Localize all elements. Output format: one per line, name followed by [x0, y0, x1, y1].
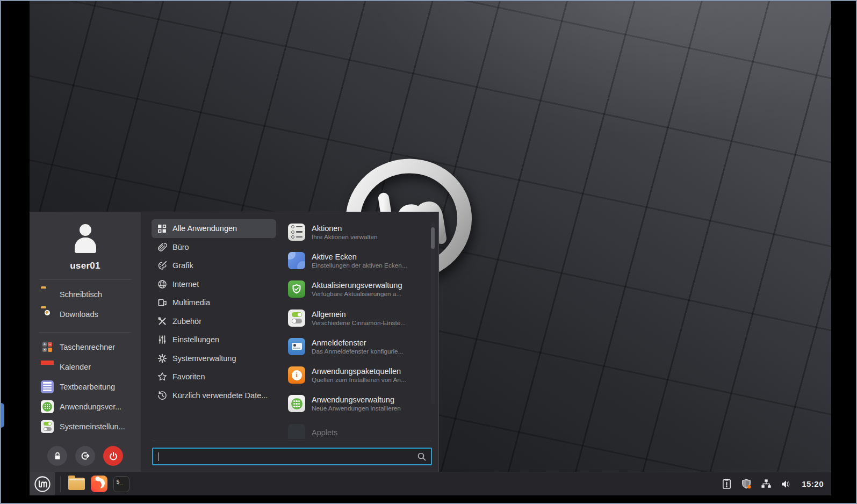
category-internet[interactable]: Internet — [152, 275, 276, 294]
actions-icon — [288, 224, 305, 241]
username: user01 — [30, 261, 141, 271]
sidebar-item-label: Downloads — [60, 310, 98, 319]
app-name: Anwendungspaketquellen — [312, 366, 406, 376]
paperclip-icon — [157, 242, 167, 252]
category-kuerzlich-verwendet[interactable]: Kürzlich verwendete Date... — [152, 386, 276, 405]
sidebar-item-label: Anwendungsver... — [60, 402, 121, 411]
software-manager-icon — [41, 400, 54, 413]
sidebar-item-taschenrechner[interactable]: +−×= Taschenrechner — [30, 337, 141, 357]
multimedia-icon — [157, 298, 167, 308]
app-applets[interactable]: Applets — [288, 418, 429, 439]
apps-scrollbar[interactable] — [431, 222, 435, 405]
software-sources-icon: i — [288, 366, 305, 384]
category-alle-anwendungen[interactable]: Alle Anwendungen — [152, 219, 276, 238]
shield-warning-icon[interactable] — [741, 479, 752, 489]
app-name: Anmeldefenster — [312, 338, 404, 348]
category-label: Büro — [172, 243, 189, 251]
category-label: Grafik — [172, 261, 193, 270]
hot-corners-icon — [288, 252, 305, 269]
launcher-files[interactable] — [65, 472, 88, 495]
app-aktualisierungsverwaltung[interactable]: AktualisierungsverwaltungVerfügbare Aktu… — [288, 275, 429, 304]
applets-icon — [288, 424, 305, 439]
menu-button[interactable] — [30, 472, 55, 495]
system-settings-icon — [41, 420, 54, 433]
search-separator — [152, 441, 431, 441]
category-einstellungen[interactable]: Einstellungen — [152, 330, 276, 349]
file-manager-icon — [68, 478, 85, 490]
history-icon — [157, 390, 167, 400]
sidebar-item-schreibtisch[interactable]: Schreibtisch — [30, 284, 141, 304]
general-settings-icon — [288, 309, 305, 327]
folder-icon — [41, 288, 54, 301]
login-window-icon — [288, 338, 305, 355]
category-systemverwaltung[interactable]: Systemverwaltung — [152, 349, 276, 368]
update-manager-icon — [288, 280, 305, 298]
category-label: Internet — [172, 280, 199, 289]
software-manager-icon — [288, 395, 305, 412]
gear-icon — [157, 353, 167, 363]
category-zubehoer[interactable]: Zubehör — [152, 312, 276, 331]
search-input[interactable] — [159, 452, 417, 462]
category-buero[interactable]: Büro — [152, 238, 276, 257]
power-icon — [109, 451, 118, 461]
text-editor-icon — [41, 380, 54, 393]
launcher-firefox[interactable] — [88, 472, 110, 495]
logout-icon — [80, 451, 90, 461]
star-icon — [157, 372, 167, 382]
application-menu: user01 Schreibtisch Downloads +−×= Tasch… — [30, 212, 439, 472]
sidebar-item-anwendungsverwaltung[interactable]: Anwendungsver... — [30, 397, 141, 416]
app-desc: Verfügbare Aktualisierungen a... — [312, 290, 402, 298]
category-grafik[interactable]: Grafik — [152, 256, 276, 275]
sidebar-item-label: Systemeinstellun... — [60, 422, 125, 431]
sidebar-item-systemeinstellungen[interactable]: Systemeinstellun... — [30, 416, 141, 436]
app-name: Aktive Ecken — [312, 252, 407, 262]
palette-icon — [157, 261, 167, 271]
grid-icon — [157, 224, 167, 234]
sidebar-item-label: Taschenrechner — [60, 343, 115, 351]
terminal-icon: $_ — [113, 476, 129, 492]
terminal-glyph: $_ — [116, 478, 123, 485]
sidebar-item-downloads[interactable]: Downloads — [30, 304, 141, 324]
app-desc: Das Anmeldefenster konfigurie... — [312, 348, 404, 355]
sidebar-item-kalender[interactable]: Kalender — [30, 357, 141, 377]
sidebar-item-textbearbeitung[interactable]: Textbearbeitung — [30, 377, 141, 397]
category-label: Systemverwaltung — [172, 354, 236, 363]
app-anwendungsverwaltung[interactable]: AnwendungsverwaltungNeue Anwendungen ins… — [288, 390, 429, 418]
lock-button[interactable] — [47, 446, 67, 466]
category-favoriten[interactable]: Favoriten — [152, 368, 276, 386]
shutdown-button[interactable] — [103, 446, 123, 466]
clipboard-alert-icon[interactable] — [721, 479, 732, 489]
category-label: Multimedia — [172, 298, 210, 307]
app-name: Anwendungsverwaltung — [312, 395, 401, 405]
divider — [39, 332, 131, 333]
category-label: Kürzlich verwendete Date... — [172, 391, 268, 400]
network-icon[interactable] — [761, 479, 772, 489]
app-anwendungspaketquellen[interactable]: i AnwendungspaketquellenQuellen zum Inst… — [288, 361, 429, 389]
app-aktive-ecken[interactable]: Aktive EckenEinstellungen der aktiven Ec… — [288, 246, 429, 275]
lock-icon — [53, 451, 62, 461]
category-multimedia[interactable]: Multimedia — [152, 293, 276, 312]
calculator-icon: +−×= — [41, 341, 54, 354]
app-desc: Quellen zum Installieren von An... — [312, 376, 406, 384]
search-icon — [417, 452, 427, 462]
host-scroll-indicator — [1, 403, 4, 428]
launcher-terminal[interactable]: $_ — [110, 472, 133, 495]
app-aktionen[interactable]: AktionenIhre Aktionen verwalten — [288, 218, 429, 246]
menu-sidebar: user01 Schreibtisch Downloads +−×= Tasch… — [30, 212, 141, 472]
apps-scrollbar-thumb[interactable] — [431, 227, 435, 249]
search-box[interactable] — [152, 448, 432, 465]
app-name: Allgemein — [312, 309, 406, 319]
logout-button[interactable] — [75, 446, 95, 466]
app-desc: Neue Anwendungen installieren — [312, 405, 401, 412]
sliders-icon — [157, 335, 167, 345]
app-allgemein[interactable]: AllgemeinVerschiedene Cinnamon-Einste... — [288, 304, 429, 332]
app-anmeldefenster[interactable]: AnmeldefensterDas Anmeldefenster konfigu… — [288, 332, 429, 361]
volume-icon[interactable] — [781, 479, 791, 489]
user-avatar[interactable] — [70, 223, 101, 253]
app-desc: Ihre Aktionen verwalten — [312, 233, 378, 241]
category-label: Einstellungen — [172, 335, 219, 344]
desktop[interactable]: user01 Schreibtisch Downloads +−×= Tasch… — [30, 1, 831, 495]
category-label: Favoriten — [172, 372, 205, 381]
clock[interactable]: 15:20 — [802, 479, 824, 488]
calendar-icon — [41, 361, 54, 373]
